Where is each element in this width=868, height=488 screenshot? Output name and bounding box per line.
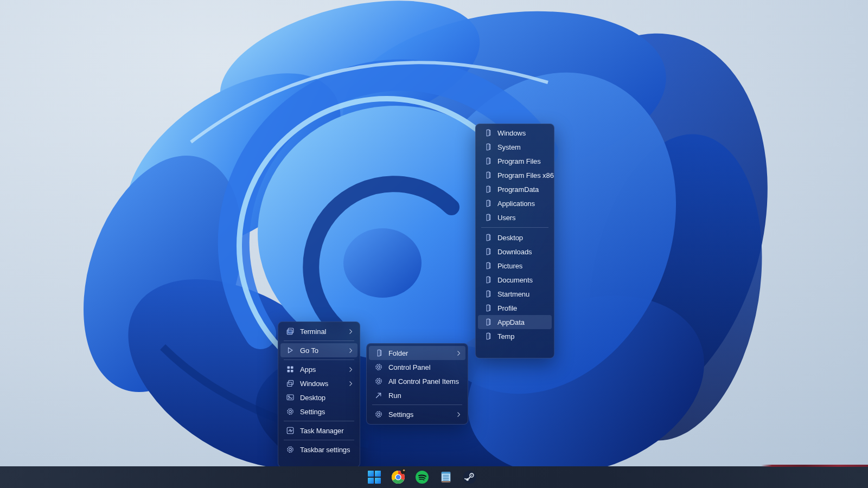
menu-item-startmenu[interactable]: Startmenu <box>478 287 552 301</box>
menu-item-label: ProgramData <box>497 185 548 194</box>
menu-item-label: Temp <box>497 332 548 341</box>
menu-item-documents[interactable]: Documents <box>478 273 552 287</box>
menu-item-label: Startmenu <box>497 290 548 298</box>
menu-item-label: Program Files x86 <box>497 171 554 179</box>
menu-separator <box>481 227 548 228</box>
menu-item-settings[interactable]: Settings <box>369 407 465 421</box>
menu-item-program-files[interactable]: Program Files <box>478 154 552 168</box>
desktop-icon <box>285 393 295 402</box>
steam-button[interactable] <box>462 470 477 485</box>
menu-item-desktop[interactable]: Desktop <box>280 390 358 404</box>
start-button[interactable] <box>367 470 381 485</box>
menu-item-label: All Control Panel Items <box>388 377 462 386</box>
menu-item-go-to[interactable]: Go To <box>280 343 358 357</box>
menu-item-label: Task Manager <box>300 427 354 435</box>
folder-icon <box>483 213 492 222</box>
folder-icon <box>483 304 492 312</box>
menu-item-label: Users <box>497 214 548 222</box>
chevron-right-icon <box>347 380 354 387</box>
menu-item-folder[interactable]: Folder <box>369 346 465 360</box>
folder-icon <box>483 143 492 151</box>
gear-icon <box>285 445 295 454</box>
menu-separator <box>284 440 354 440</box>
menu-item-label: Terminal <box>300 328 345 336</box>
menu-item-label: Settings <box>300 408 354 416</box>
menu-item-downloads[interactable]: Downloads <box>478 245 552 259</box>
gear-icon <box>285 407 295 416</box>
menu-item-task-manager[interactable]: Task Manager <box>280 423 358 438</box>
menu-item-label: Profile <box>497 304 548 312</box>
menu-item-label: Windows <box>497 129 548 137</box>
menu-item-settings[interactable]: Settings <box>280 404 358 419</box>
menu-item-control-panel[interactable]: Control Panel <box>369 360 465 374</box>
spotify-button[interactable] <box>414 470 429 485</box>
menu-separator <box>284 341 354 341</box>
menu-item-taskbar-settings[interactable]: Taskbar settings <box>280 442 358 457</box>
folder-icon <box>483 318 492 326</box>
menu-item-all-control-panel-items[interactable]: All Control Panel Items <box>369 374 465 388</box>
windows-icon <box>285 379 295 388</box>
taskbar-icons <box>367 466 477 488</box>
menu-item-apps[interactable]: Apps <box>280 362 358 376</box>
menu-item-label: Desktop <box>497 234 548 242</box>
chrome-button[interactable] <box>391 470 405 485</box>
folder-icon <box>483 261 492 270</box>
folder-icon <box>483 157 492 165</box>
chevron-right-icon <box>347 347 354 354</box>
menu-item-pictures[interactable]: Pictures <box>478 259 552 273</box>
chevron-right-icon <box>347 366 354 373</box>
menu-item-applications[interactable]: Applications <box>478 196 552 210</box>
folder-icon <box>483 129 492 137</box>
menu-item-label: Apps <box>300 365 345 374</box>
menu-item-program-files-x86[interactable]: Program Files x86 <box>478 168 552 182</box>
menu-item-label: Go To <box>300 346 345 355</box>
apps-icon <box>285 365 295 374</box>
folder-icon <box>483 332 492 341</box>
menu-item-windows[interactable]: Windows <box>280 376 358 390</box>
menu-separator <box>284 359 354 360</box>
menu-item-users[interactable]: Users <box>478 210 552 224</box>
menu-item-windows[interactable]: Windows <box>478 126 552 140</box>
menu-item-label: Applications <box>497 200 548 208</box>
menu-item-profile[interactable]: Profile <box>478 301 552 315</box>
menu-separator <box>284 421 354 421</box>
folder-icon <box>483 185 492 194</box>
run-icon <box>374 391 383 400</box>
menu-item-run[interactable]: Run <box>369 388 465 402</box>
folder-icon <box>483 275 492 284</box>
folder-icon <box>483 199 492 208</box>
chevron-right-icon <box>347 328 354 335</box>
menu-item-system[interactable]: System <box>478 140 552 154</box>
notepad-button[interactable] <box>438 470 453 485</box>
menu-item-terminal[interactable]: Terminal <box>280 324 358 338</box>
folder-icon <box>483 247 492 256</box>
menu-item-label: Folder <box>388 349 453 357</box>
gear-icon <box>374 410 383 419</box>
menu-item-label: Run <box>388 391 462 400</box>
task-manager-icon <box>285 426 295 435</box>
menu-item-appdata[interactable]: AppData <box>478 315 552 329</box>
red-progress-line <box>761 465 868 467</box>
menu-item-desktop[interactable]: Desktop <box>478 230 552 245</box>
menu-item-temp[interactable]: Temp <box>478 329 552 343</box>
menu-item-label: System <box>497 143 548 151</box>
taskbar-context-menu: Terminal Go To Apps Windows Desktop <box>278 322 360 467</box>
menu-item-label: AppData <box>497 318 548 326</box>
menu-item-label: Settings <box>388 410 453 419</box>
taskbar[interactable] <box>0 466 868 488</box>
menu-item-label: Windows <box>300 380 345 388</box>
go-to-icon <box>285 346 295 355</box>
folder-submenu: Windows System Program Files Program Fil… <box>475 124 554 358</box>
gear-icon <box>374 377 383 386</box>
chevron-right-icon <box>455 350 462 357</box>
go-to-submenu: Folder Control Panel All Control Panel I… <box>366 343 468 425</box>
menu-item-label: Control Panel <box>388 363 462 371</box>
menu-item-label: Desktop <box>300 394 354 402</box>
menu-item-label: Program Files <box>497 157 548 165</box>
menu-separator <box>372 404 462 405</box>
menu-item-programdata[interactable]: ProgramData <box>478 182 552 196</box>
folder-icon <box>483 233 492 242</box>
folder-icon <box>483 290 492 298</box>
menu-item-label: Pictures <box>497 262 548 270</box>
menu-item-label: Taskbar settings <box>300 446 354 454</box>
